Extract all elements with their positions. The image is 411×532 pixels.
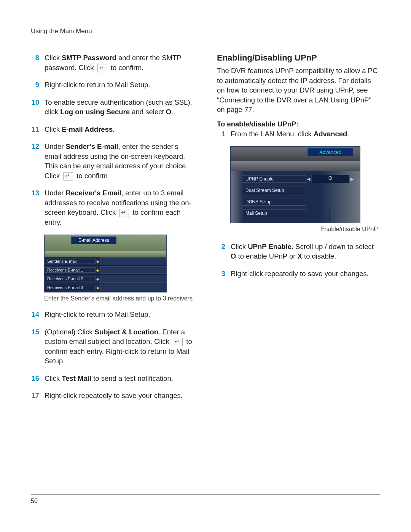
figure-advanced: Advanced UPNP Enable◀O▶ Dual Stream Setu… <box>230 146 380 233</box>
text: Under <box>45 142 66 150</box>
bold: Log on using Secure <box>60 108 130 116</box>
enter-key-icon <box>63 172 73 181</box>
running-head: Using the Main Menu <box>31 27 380 35</box>
bold: Test Mail <box>62 374 91 382</box>
footer: 50 <box>31 494 380 505</box>
row-label: Receiver's E-mail 3 <box>45 285 96 290</box>
text: to enable UPnP or <box>236 252 297 260</box>
step-text: (Optional) Click Subject & Location. Ent… <box>45 327 194 366</box>
email-row: Receiver's E-mail 3◆ <box>45 283 166 292</box>
figure-email-address: E-mail Address Sender's E-mail◆ Receiver… <box>44 235 194 303</box>
email-address-screenshot: E-mail Address Sender's E-mail◆ Receiver… <box>44 235 167 292</box>
enter-key-icon <box>119 209 129 217</box>
intro-text: The DVR features UPnP compatibility to a… <box>217 66 380 115</box>
text: Click <box>45 54 62 62</box>
step-text: From the LAN Menu, click Advanced. <box>231 129 380 139</box>
step-10: 10 To enable secure authentication (such… <box>31 97 194 117</box>
r-step-1: 1 From the LAN Menu, click Advanced. <box>217 129 380 139</box>
header-rule <box>31 39 380 39</box>
step-text: Under Receiver's Email, enter up to 3 em… <box>45 188 194 227</box>
step-text: Right-click to return to Mail Setup. <box>45 310 194 320</box>
r-step-3: 3 Right-click repeatedly to save your ch… <box>217 269 380 279</box>
figure-caption: Enter the Sender's email address and up … <box>44 295 194 303</box>
bold: Subject & Location <box>95 328 159 336</box>
row-value: O <box>311 175 349 183</box>
footer-rule <box>31 494 380 495</box>
right-column: Enabling/Disabling UPnP The DVR features… <box>217 53 380 408</box>
screenshot-title: Advanced <box>307 148 353 156</box>
page-number: 50 <box>31 498 380 505</box>
step-text: To enable secure authentication (such as… <box>45 97 194 117</box>
figure-caption: Enable/disable UPnP <box>230 225 380 233</box>
bold: O <box>231 252 236 260</box>
step-number: 1 <box>217 129 225 139</box>
step-11: 11 Click E-mail Address. <box>31 125 194 134</box>
bold: SMTP Password <box>62 54 116 62</box>
enter-key-icon <box>173 338 183 346</box>
menu-row-upnp-enable: UPNP Enable◀O▶ <box>242 174 355 184</box>
text: to confirm. <box>109 64 144 72</box>
step-number: 8 <box>31 53 39 72</box>
bold: Advanced <box>314 130 347 138</box>
step-number: 9 <box>31 80 39 90</box>
email-row: Receiver's E-mail 1◆ <box>45 266 166 275</box>
bold: O <box>166 108 171 116</box>
row-label: Sender's E-mail <box>45 259 96 264</box>
text: Under <box>45 189 66 197</box>
text: . <box>171 108 173 116</box>
step-number: 10 <box>31 97 39 117</box>
enter-key-icon <box>97 64 107 72</box>
text: to disable. <box>302 252 336 260</box>
step-text: Right-click repeatedly to save your chan… <box>45 391 194 401</box>
text: to send a test notification. <box>91 374 173 382</box>
row-label: Receiver's E-mail 2 <box>45 276 96 281</box>
r-step-2: 2 Click UPnP Enable. Scroll up / down to… <box>217 242 380 261</box>
menu-row-mail: Mail Setup <box>242 208 355 218</box>
bold: UPnP Enable <box>248 243 292 251</box>
text: and select <box>130 108 166 116</box>
row-label: Mail Setup <box>242 209 306 217</box>
row-label: UPNP Enable <box>242 175 306 183</box>
step-text: Click Test Mail to send a test notificat… <box>45 374 194 383</box>
step-14: 14 Right-click to return to Mail Setup. <box>31 310 194 320</box>
text: Click <box>45 125 62 133</box>
row-label: Receiver's E-mail 1 <box>45 267 96 273</box>
step-13: 13 Under Receiver's Email, enter up to 3… <box>31 188 194 227</box>
step-number: 11 <box>31 125 39 134</box>
text: . <box>347 130 349 138</box>
step-number: 3 <box>217 269 225 279</box>
text: From the LAN Menu, click <box>231 130 314 138</box>
bold: X <box>298 252 302 260</box>
email-row: Sender's E-mail◆ <box>45 257 166 266</box>
bold: Receiver's Email <box>66 189 121 197</box>
text: . <box>113 125 115 133</box>
step-number: 13 <box>31 188 39 227</box>
text: Click <box>231 243 248 251</box>
step-text: Under Sender's E-mail, enter the sender'… <box>45 142 194 181</box>
text: to confirm <box>75 172 107 180</box>
step-text: Right-click repeatedly to save your chan… <box>231 269 380 279</box>
step-number: 16 <box>31 374 39 383</box>
step-number: 14 <box>31 310 39 320</box>
step-number: 12 <box>31 142 39 181</box>
screenshot-title: E-mail Address <box>71 236 116 244</box>
row-label: Dual Stream Setup <box>242 187 306 194</box>
step-number: 15 <box>31 327 39 366</box>
bold: Sender's E-mail <box>66 142 118 150</box>
step-17: 17 Right-click repeatedly to save your c… <box>31 391 194 401</box>
email-row: Receiver's E-mail 2◆ <box>45 275 166 283</box>
text: Click <box>45 374 62 382</box>
step-12: 12 Under Sender's E-mail, enter the send… <box>31 142 194 181</box>
step-text: Click SMTP Password and enter the SMTP p… <box>45 53 194 72</box>
step-text: Right-click to return to Mail Setup. <box>45 80 194 90</box>
step-text: Click E-mail Address. <box>45 125 194 134</box>
left-column: 8 Click SMTP Password and enter the SMTP… <box>31 53 194 408</box>
step-8: 8 Click SMTP Password and enter the SMTP… <box>31 53 194 72</box>
step-number: 2 <box>217 242 225 261</box>
row-label: DDNS Setup <box>242 198 306 206</box>
advanced-screenshot: Advanced UPNP Enable◀O▶ Dual Stream Setu… <box>230 146 360 223</box>
text: (Optional) Click <box>45 328 95 336</box>
step-16: 16 Click Test Mail to send a test notifi… <box>31 374 194 383</box>
step-text: Click UPnP Enable. Scroll up / down to s… <box>231 242 380 261</box>
bold: E-mail Address <box>62 125 113 133</box>
